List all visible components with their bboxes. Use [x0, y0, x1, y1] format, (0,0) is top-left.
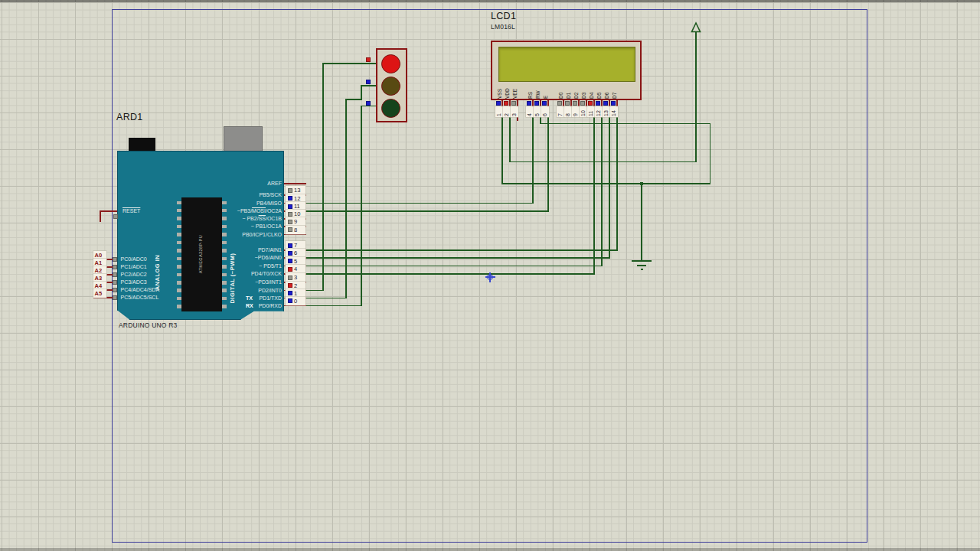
- wire[interactable]: [306, 116, 602, 266]
- arduino-pin-label: ~ PD5/T1: [184, 262, 282, 270]
- amber-lamp: [381, 77, 400, 96]
- lcd-value-label: LM016L: [491, 23, 515, 31]
- pin-number-box: 8: [286, 226, 305, 235]
- lcd-pin-number: 2: [504, 107, 509, 116]
- grey-state-square: [113, 280, 117, 285]
- blue-state-square: [596, 101, 600, 106]
- grey-state-square: [573, 101, 577, 106]
- red-state-square: [288, 267, 292, 272]
- pin-number: 3: [294, 273, 297, 282]
- pin-number-box: 7: [557, 106, 564, 117]
- arduino-pin-label: PB4/MISO: [184, 200, 282, 207]
- red-state-square: [588, 101, 593, 106]
- arduino-pin-label: PC3/ADC3: [121, 279, 190, 286]
- grey-state-square: [288, 276, 292, 280]
- arduino-pin-label: PB5/SCK: [184, 191, 282, 199]
- lcd-pin-name: D5: [596, 80, 602, 99]
- proteus-schematic-canvas[interactable]: ARD1 ATMEGA328P-PU ANALOG IN DIGITAL (~P…: [0, 0, 980, 551]
- lcd-pin-name: D0: [558, 80, 564, 99]
- chip-pin: [177, 217, 181, 220]
- wire[interactable]: [306, 116, 548, 211]
- blue-state-square: [288, 259, 292, 263]
- blue-state-square: [496, 101, 501, 106]
- lcd-pin-name: D6: [604, 80, 609, 99]
- arduino-pin-label: PD1/TXD: [184, 295, 282, 302]
- pin-number: 0: [294, 297, 297, 305]
- chip-pin: [177, 209, 181, 213]
- lcd-pin-name: D3: [581, 80, 586, 99]
- lcd-pin-name: D7: [612, 80, 617, 99]
- analog-pin-tag: A5: [95, 289, 103, 298]
- arduino-pin-label: PC4/ADC4/SDA: [121, 286, 190, 294]
- lcd-pin-number: 14: [611, 107, 616, 116]
- red-state-square: [366, 57, 371, 62]
- blue-state-square: [288, 251, 292, 256]
- blue-state-square: [542, 101, 547, 106]
- arduino-pin-label: PC1/ADC1: [121, 263, 190, 271]
- pin-number-box: 10: [580, 106, 587, 117]
- pin-number: 13: [294, 186, 300, 194]
- pin-number: 5: [294, 257, 297, 266]
- lcd-pin-number: 7: [557, 107, 563, 116]
- chip-pin: [177, 241, 181, 245]
- wire[interactable]: [306, 116, 609, 258]
- lcd-pin-name: D4: [589, 80, 594, 99]
- arduino-pin-label: ~PB3/MOSI/OC2A: [184, 207, 282, 215]
- lcd-pin-number: 4: [527, 107, 532, 116]
- pin-number: 12: [294, 194, 300, 203]
- chip-pin: [177, 201, 181, 205]
- blue-state-square: [527, 101, 531, 106]
- grey-state-square: [288, 188, 292, 193]
- lcd-screen: [498, 47, 635, 82]
- grey-state-square: [288, 212, 292, 217]
- pin-number-box: 5: [534, 106, 541, 117]
- arduino-pin-label: PC5/ADC5/SCL: [121, 294, 190, 302]
- arduino-pin-label: PD4/T0/XCK: [184, 270, 282, 278]
- wire[interactable]: [306, 106, 376, 306]
- lcd-pin-number: 13: [603, 107, 609, 116]
- grey-state-square: [113, 288, 117, 292]
- arduino-value-label: ARDUINO UNO R3: [119, 321, 177, 329]
- blue-state-square: [611, 101, 616, 106]
- blue-state-square: [534, 101, 539, 106]
- pin-number-box: 8: [564, 106, 572, 117]
- power-terminal-arrow[interactable]: [692, 23, 701, 32]
- pin-number: 8: [294, 226, 297, 234]
- pin-number-box: 6: [541, 106, 549, 117]
- grey-state-square: [565, 101, 570, 106]
- lcd-pin-number: 3: [511, 107, 517, 116]
- arduino-pin-label: PD7/AIN1: [184, 246, 282, 254]
- lcd-pin-number: 8: [565, 107, 570, 116]
- arduino-pin-label: PB0/ICP1/CLKO: [184, 231, 282, 239]
- lcd-pin-number: 5: [534, 107, 540, 116]
- grey-state-square: [288, 227, 292, 232]
- green-lamp: [381, 99, 400, 118]
- pin-number-box: 4: [526, 106, 534, 117]
- pin-number-box: 9: [572, 106, 580, 117]
- blue-state-square: [288, 196, 292, 201]
- lcd-pin-number: 10: [580, 107, 586, 116]
- pin-number: 9: [294, 217, 297, 226]
- blue-state-square: [288, 298, 292, 303]
- pin-number: 6: [294, 249, 297, 257]
- reset-pin-label: RESET: [122, 207, 140, 215]
- pin-number-box: 4: [286, 265, 305, 274]
- red-state-square: [504, 101, 508, 106]
- wire-junction-dot: [640, 182, 643, 185]
- pin-number-box: 11: [587, 106, 595, 117]
- lcd-pin-name: D1: [566, 80, 571, 99]
- lcd-pin-name: VEE: [512, 80, 518, 99]
- wire[interactable]: [306, 116, 533, 204]
- lcd-refdes: LCD1: [491, 11, 516, 21]
- arduino-pin-label: ~ PB1/OC1A: [184, 223, 282, 230]
- grey-state-square: [113, 257, 117, 262]
- wire[interactable]: [306, 64, 376, 291]
- blue-state-square: [366, 101, 371, 106]
- chip-pin: [177, 249, 181, 253]
- pin-number-box: 1: [495, 106, 503, 117]
- pin-number: 4: [294, 265, 297, 273]
- chip-pin: [177, 225, 181, 229]
- blue-state-square: [603, 101, 608, 106]
- blue-state-square: [288, 243, 292, 248]
- analog-pin-tag-box: A5: [93, 289, 106, 298]
